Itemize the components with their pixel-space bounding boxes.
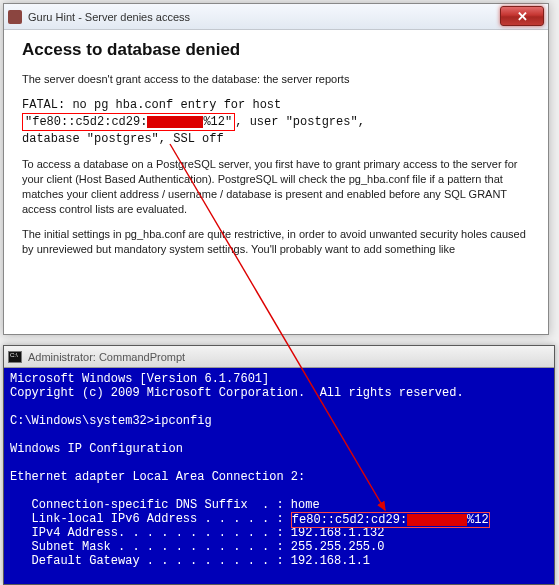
console-titlebar[interactable]: Administrator: CommandPrompt: [4, 346, 554, 368]
dialog-titlebar[interactable]: Guru Hint - Server denies access ✕: [4, 4, 548, 30]
error-line-1: FATAL: no pg hba.conf entry for host: [22, 97, 530, 113]
cmd-icon: [8, 351, 22, 363]
console-line-version: Microsoft Windows [Version 6.1.7601]: [10, 372, 269, 386]
ipv6-fragment-c: %12": [203, 115, 232, 129]
console-row-dns: Connection-specific DNS Suffix . : home: [10, 498, 320, 512]
error-line-3: database "postgres", SSL off: [22, 131, 530, 147]
console-row-gateway: Default Gateway . . . . . . . . . : 192.…: [10, 554, 370, 568]
error-line-2-rest: , user "postgres",: [235, 115, 365, 129]
error-line-2: "fe80::c5d2:cd29:%12", user "postgres",: [22, 113, 530, 131]
console-body[interactable]: Microsoft Windows [Version 6.1.7601] Cop…: [4, 368, 554, 584]
close-button[interactable]: ✕: [500, 6, 544, 26]
console-title: Administrator: CommandPrompt: [28, 351, 185, 363]
ipv6-highlight-box: "fe80::c5d2:cd29:%12": [22, 113, 235, 131]
console-ipv6-c: %12: [467, 513, 489, 527]
console-prompt: C:\Windows\system32>ipconfig: [10, 414, 212, 428]
fatal-error-block: FATAL: no pg hba.conf entry for host "fe…: [22, 97, 530, 148]
close-icon: ✕: [517, 9, 528, 24]
console-ipv6-redacted: [407, 514, 467, 526]
dialog-body: Access to database denied The server doe…: [4, 30, 548, 278]
command-prompt-window: Administrator: CommandPrompt Microsoft W…: [3, 345, 555, 585]
console-row-ipv4: IPv4 Address. . . . . . . . . . . : 192.…: [10, 526, 384, 540]
ipv6-fragment-a: "fe80::c5d2:cd29:: [25, 115, 147, 129]
dialog-para-3: The initial settings in pg_hba.conf are …: [22, 227, 530, 257]
ipv6-redacted: [147, 116, 203, 128]
dialog-heading: Access to database denied: [22, 40, 530, 60]
app-icon: [8, 10, 22, 24]
dialog-para-2: To access a database on a PostgreSQL ser…: [22, 157, 530, 216]
console-ipconfig-header: Windows IP Configuration: [10, 442, 183, 456]
console-line-copyright: Copyright (c) 2009 Microsoft Corporation…: [10, 386, 464, 400]
dialog-title: Guru Hint - Server denies access: [28, 11, 190, 23]
console-ipv6-highlight-box: fe80::c5d2:cd29:%12: [291, 512, 490, 528]
console-row-ipv6-label: Link-local IPv6 Address . . . . . :: [10, 512, 291, 526]
dialog-intro: The server doesn't grant access to the d…: [22, 72, 530, 87]
console-adapter-name: Ethernet adapter Local Area Connection 2…: [10, 470, 305, 484]
console-row-subnet: Subnet Mask . . . . . . . . . . . : 255.…: [10, 540, 384, 554]
guru-hint-dialog: Guru Hint - Server denies access ✕ Acces…: [3, 3, 549, 335]
console-ipv6-a: fe80::c5d2:cd29:: [292, 513, 407, 527]
